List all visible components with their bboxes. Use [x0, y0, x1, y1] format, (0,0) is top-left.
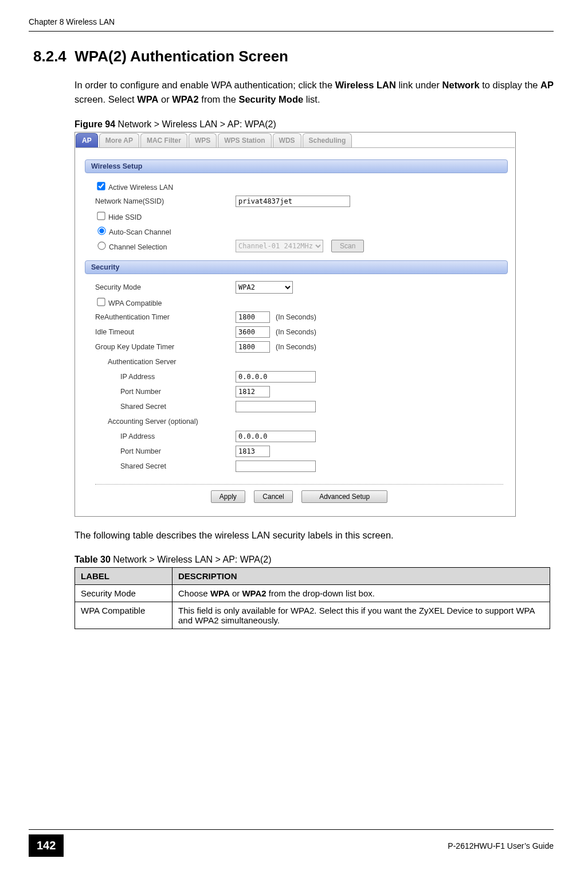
tab-bar: AP More AP MAC Filter WPS WPS Station WD… — [76, 133, 515, 147]
auth-ip-input[interactable] — [236, 371, 316, 383]
tab-wps-station[interactable]: WPS Station — [218, 133, 271, 147]
auth-port-input[interactable] — [236, 386, 270, 397]
wpa-compatible-checkbox[interactable] — [97, 298, 105, 306]
text: from the drop-down list box. — [266, 588, 375, 598]
auth-port-label: Port Number — [95, 388, 236, 396]
intro-paragraph: In order to configure and enable WPA aut… — [75, 78, 554, 107]
text-bold: Network — [442, 80, 480, 90]
screenshot-figure: AP More AP MAC Filter WPS WPS Station WD… — [75, 132, 516, 517]
description-table: LABEL DESCRIPTION Security Mode Choose W… — [75, 567, 550, 629]
group-wireless-setup: Wireless Setup — [85, 159, 508, 173]
active-wlan-label: Active Wireless LAN — [108, 184, 173, 192]
text-bold: WPA — [137, 94, 158, 104]
reauth-input[interactable] — [236, 311, 270, 323]
ssid-input[interactable] — [236, 196, 350, 207]
table-header-row: LABEL DESCRIPTION — [75, 568, 550, 585]
tab-wps[interactable]: WPS — [189, 133, 217, 147]
auth-ip-label: IP Address — [95, 373, 236, 381]
acct-ip-input[interactable] — [236, 431, 316, 442]
text: or — [230, 588, 242, 598]
page-number: 142 — [29, 834, 64, 857]
section-number: 8.2.4 — [33, 48, 66, 65]
section-title: WPA(2) Authentication Screen — [75, 48, 288, 65]
seconds-hint: (In Seconds) — [276, 313, 316, 321]
tab-scheduling[interactable]: Scheduling — [303, 133, 352, 147]
text: screen. Select — [75, 94, 137, 104]
acct-ip-label: IP Address — [95, 432, 236, 440]
acct-secret-input[interactable] — [236, 461, 316, 472]
tab-wds[interactable]: WDS — [273, 133, 301, 147]
text: from the — [199, 94, 239, 104]
table-row: WPA Compatible This field is only availa… — [75, 602, 550, 629]
advanced-setup-button[interactable]: Advanced Setup — [301, 490, 387, 503]
page-footer: 142 P-2612HWU-F1 User’s Guide — [29, 829, 554, 857]
channel-selection-label: Channel Selection — [109, 243, 167, 251]
cancel-button[interactable]: Cancel — [254, 490, 292, 503]
security-mode-select[interactable]: WPA2 — [236, 281, 293, 294]
channel-select[interactable]: Channel-01 2412MHz — [236, 240, 323, 252]
table-number: Table 30 — [75, 555, 111, 564]
auth-server-heading: Authentication Server — [95, 358, 236, 366]
idle-label: Idle Timeout — [95, 328, 236, 336]
channel-selection-radio[interactable] — [97, 241, 105, 249]
security-mode-label: Security Mode — [95, 283, 236, 291]
tab-mac-filter[interactable]: MAC Filter — [140, 133, 187, 147]
text: to display the — [480, 80, 540, 90]
acct-port-label: Port Number — [95, 447, 236, 455]
table-caption: Table 30 Network > Wireless LAN > AP: WP… — [75, 555, 554, 565]
text-bold: WPA — [210, 588, 230, 598]
reauth-label: ReAuthentication Timer — [95, 313, 236, 321]
td-label: Security Mode — [75, 585, 173, 602]
auto-scan-radio[interactable] — [97, 227, 105, 235]
group-key-input[interactable] — [236, 341, 270, 353]
group-key-label: Group Key Update Timer — [95, 343, 236, 351]
auth-secret-label: Shared Secret — [95, 403, 236, 411]
figure-title: Network > Wireless LAN > AP: WPA(2) — [115, 119, 276, 129]
th-description: DESCRIPTION — [173, 568, 550, 585]
text: link under — [396, 80, 442, 90]
text-bold: WPA2 — [242, 588, 266, 598]
tab-ap[interactable]: AP — [76, 133, 98, 147]
table-intro-paragraph: The following table describes the wirele… — [75, 528, 554, 543]
text-bold: Wireless LAN — [335, 80, 396, 90]
figure-caption: Figure 94 Network > Wireless LAN > AP: W… — [75, 119, 554, 130]
text: In order to configure and enable WPA aut… — [75, 80, 335, 90]
figure-number: Figure 94 — [75, 119, 115, 129]
table-title: Network > Wireless LAN > AP: WPA(2) — [111, 555, 272, 564]
scan-button[interactable]: Scan — [331, 240, 364, 252]
table-row: Security Mode Choose WPA or WPA2 from th… — [75, 585, 550, 602]
text-bold: Security Mode — [238, 94, 303, 104]
text: or — [158, 94, 172, 104]
wpa-compatible-label: WPA Compatible — [108, 299, 162, 307]
running-header: Chapter 8 Wireless LAN — [29, 17, 554, 32]
section-heading: 8.2.4 WPA(2) Authentication Screen — [33, 48, 554, 65]
acct-port-input[interactable] — [236, 446, 270, 457]
group-security: Security — [85, 260, 508, 274]
text-bold: AP — [540, 80, 554, 90]
tab-more-ap[interactable]: More AP — [99, 133, 139, 147]
hide-ssid-checkbox[interactable] — [97, 212, 105, 220]
acct-secret-label: Shared Secret — [95, 462, 236, 470]
seconds-hint: (In Seconds) — [276, 343, 316, 351]
auto-scan-label: Auto-Scan Channel — [109, 228, 171, 236]
text: list. — [303, 94, 320, 104]
text-bold: WPA2 — [172, 94, 198, 104]
auth-secret-input[interactable] — [236, 401, 316, 412]
td-description: This field is only available for WPA2. S… — [173, 602, 550, 629]
td-description: Choose WPA or WPA2 from the drop-down li… — [173, 585, 550, 602]
th-label: LABEL — [75, 568, 173, 585]
active-wlan-checkbox[interactable] — [97, 182, 105, 190]
guide-title: P-2612HWU-F1 User’s Guide — [448, 841, 554, 850]
seconds-hint: (In Seconds) — [276, 328, 316, 336]
acct-server-heading: Accounting Server (optional) — [95, 418, 236, 426]
td-label: WPA Compatible — [75, 602, 173, 629]
text: Choose — [178, 588, 210, 598]
hide-ssid-label: Hide SSID — [108, 213, 142, 221]
apply-button[interactable]: Apply — [211, 490, 245, 503]
button-row: Apply Cancel Advanced Setup — [95, 484, 503, 503]
idle-input[interactable] — [236, 326, 270, 338]
ssid-label: Network Name(SSID) — [95, 197, 236, 205]
